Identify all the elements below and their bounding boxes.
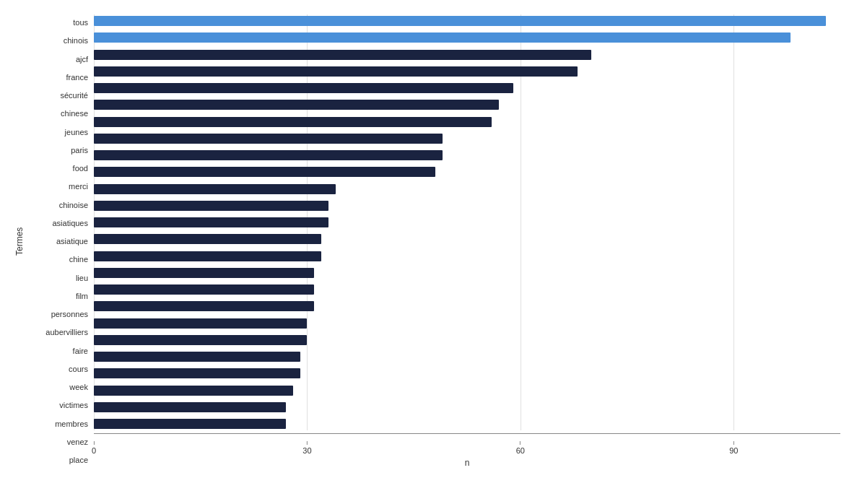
bar-film bbox=[94, 268, 314, 278]
bar-sécurité bbox=[94, 83, 513, 93]
bar-merci bbox=[94, 167, 435, 177]
bar-row-faire bbox=[94, 317, 840, 330]
y-label-tous: tous bbox=[73, 16, 88, 29]
bar-row-ajcf bbox=[94, 48, 840, 61]
y-label-lieu: lieu bbox=[76, 271, 88, 284]
y-label-food: food bbox=[73, 162, 88, 175]
bar-faire bbox=[94, 318, 307, 329]
y-label-cours: cours bbox=[69, 362, 88, 375]
chart-area: 0306090 n bbox=[94, 14, 840, 468]
y-label-chine: chine bbox=[69, 253, 88, 266]
bar-row-food bbox=[94, 149, 840, 162]
bar-chinoise bbox=[94, 184, 336, 194]
y-label-ajcf: ajcf bbox=[76, 53, 88, 66]
bar-asiatiques bbox=[94, 201, 328, 211]
x-tick-30: 30 bbox=[302, 441, 311, 455]
bar-row-lieu bbox=[94, 250, 840, 263]
y-label-chinoise: chinoise bbox=[59, 199, 88, 212]
bar-france bbox=[94, 66, 578, 77]
bar-row-venez bbox=[94, 401, 840, 414]
bar-row-asiatiques bbox=[94, 199, 840, 212]
y-label-venez: venez bbox=[67, 435, 88, 448]
y-axis-title: Termes bbox=[7, 14, 29, 468]
bar-row-victimes bbox=[94, 367, 840, 380]
bar-row-film bbox=[94, 266, 840, 279]
bar-row-chine bbox=[94, 233, 840, 246]
x-tick-0: 0 bbox=[92, 441, 96, 455]
bar-row-place bbox=[94, 417, 840, 430]
bar-row-paris bbox=[94, 132, 840, 145]
bar-jeunes bbox=[94, 117, 492, 127]
bar-row-membres bbox=[94, 384, 840, 397]
bar-cours bbox=[94, 335, 307, 345]
y-label-asiatiques: asiatiques bbox=[52, 217, 88, 230]
left-section: Termes touschinoisajcffrancesécuritéchin… bbox=[7, 14, 94, 468]
bar-chinois bbox=[94, 32, 791, 43]
bar-aubervilliers bbox=[94, 301, 314, 311]
x-axis: 0306090 bbox=[94, 433, 840, 455]
y-label-sécurité: sécurité bbox=[60, 89, 88, 102]
bar-row-asiatique bbox=[94, 216, 840, 229]
chart-container: Termes touschinoisajcffrancesécuritéchin… bbox=[0, 0, 862, 504]
y-label-jeunes: jeunes bbox=[65, 126, 88, 139]
bar-row-france bbox=[94, 65, 840, 78]
bar-victimes bbox=[94, 368, 300, 378]
bar-row-chinese bbox=[94, 98, 840, 111]
y-label-film: film bbox=[76, 290, 88, 303]
bar-tous bbox=[94, 16, 826, 26]
y-label-faire: faire bbox=[73, 344, 88, 357]
bar-row-cours bbox=[94, 334, 840, 347]
bar-row-merci bbox=[94, 165, 840, 178]
y-label-chinois: chinois bbox=[64, 34, 88, 47]
bar-row-sécurité bbox=[94, 82, 840, 95]
bar-week bbox=[94, 352, 300, 362]
y-label-place: place bbox=[69, 453, 88, 466]
y-label-merci: merci bbox=[69, 180, 88, 193]
y-axis: touschinoisajcffrancesécuritéchinesejeun… bbox=[29, 14, 94, 468]
x-tick-60: 60 bbox=[516, 441, 525, 455]
y-label-paris: paris bbox=[71, 144, 88, 157]
y-label-week: week bbox=[69, 381, 88, 394]
bars-area bbox=[94, 14, 840, 430]
bar-chine bbox=[94, 234, 321, 244]
x-axis-label: n bbox=[94, 458, 840, 468]
y-label-chinese: chinese bbox=[61, 107, 88, 120]
bar-row-aubervilliers bbox=[94, 300, 840, 313]
y-label-victimes: victimes bbox=[59, 399, 88, 412]
y-label-asiatique: asiatique bbox=[56, 235, 88, 248]
y-label-personnes: personnes bbox=[51, 308, 88, 321]
bar-personnes bbox=[94, 284, 314, 295]
bar-venez bbox=[94, 402, 286, 412]
y-label-membres: membres bbox=[55, 417, 88, 430]
bar-lieu bbox=[94, 251, 321, 261]
x-tick-90: 90 bbox=[729, 441, 738, 455]
bar-paris bbox=[94, 134, 443, 144]
y-label-aubervilliers: aubervilliers bbox=[45, 326, 88, 339]
bar-row-chinois bbox=[94, 31, 840, 44]
bar-row-jeunes bbox=[94, 116, 840, 129]
bar-ajcf bbox=[94, 50, 591, 60]
bar-food bbox=[94, 150, 443, 160]
bar-place bbox=[94, 419, 286, 429]
bar-row-chinoise bbox=[94, 183, 840, 196]
bar-asiatique bbox=[94, 217, 328, 227]
bar-row-tous bbox=[94, 14, 840, 27]
bar-chinese bbox=[94, 100, 499, 110]
y-label-france: france bbox=[66, 71, 88, 84]
bar-row-personnes bbox=[94, 283, 840, 296]
bar-membres bbox=[94, 386, 293, 396]
bar-row-week bbox=[94, 350, 840, 363]
